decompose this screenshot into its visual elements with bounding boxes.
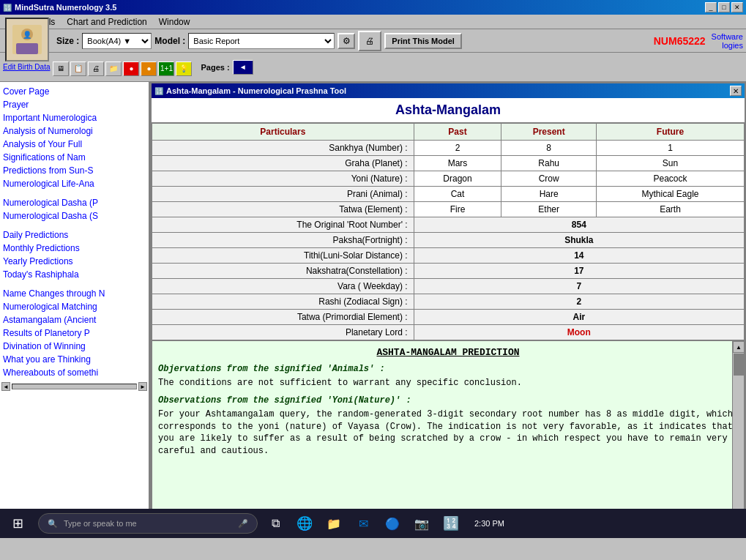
- icon-btn-7[interactable]: 1+1: [158, 61, 174, 76]
- printer-icon-btn[interactable]: 🖨: [358, 31, 381, 51]
- table-row: Sankhya (Number) : 2 8 1: [152, 141, 745, 156]
- sidebar-item-23[interactable]: Whereabouts of somethi: [0, 366, 149, 379]
- icon-btn-6[interactable]: ●: [141, 61, 157, 76]
- sidebar-item-2[interactable]: Important Numerologica: [0, 111, 149, 124]
- sidebar-item-12[interactable]: Daily Predictions: [0, 228, 149, 242]
- taskbar-search-text: Type or speak to me: [64, 519, 137, 528]
- icon-btn-1[interactable]: 🖥: [53, 61, 69, 76]
- menu-window[interactable]: Window: [153, 15, 196, 29]
- sidebar: Cover Page Prayer Important Numerologica…: [0, 82, 150, 509]
- sidebar-item-3[interactable]: Analysis of Numerologi: [0, 124, 149, 138]
- maximize-button[interactable]: □: [718, 2, 730, 12]
- cell-planetary-value: Moon: [414, 325, 744, 340]
- print-button[interactable]: Print This Model: [384, 33, 462, 49]
- cell-graha-past: Mars: [414, 156, 501, 171]
- cell-rashi-value: 2: [414, 294, 744, 310]
- model-select[interactable]: Basic Report: [188, 33, 335, 49]
- sidebar-item-7[interactable]: Numerological Life-Ana: [0, 177, 149, 190]
- col-header-particulars: Particulars: [152, 124, 414, 141]
- toolbar-icons: 🖥 📋 🖨 📁 ● ● 1+1 💡: [53, 61, 192, 76]
- sidebar-item-21[interactable]: Divination of Winning: [0, 340, 149, 353]
- cell-tithi-label: Tithi(Luni-Solar Distance) :: [152, 248, 414, 264]
- taskbar-time: 2:30 PM: [474, 519, 504, 528]
- sidebar-item-15[interactable]: Today's Rashiphala: [0, 268, 149, 281]
- camera-icon[interactable]: 📷: [410, 512, 433, 535]
- cell-prani-future: Mythical Eagle: [597, 187, 745, 202]
- explorer-icon[interactable]: 📁: [322, 512, 346, 535]
- scroll-thumb[interactable]: [734, 354, 744, 376]
- settings-icon[interactable]: 🔵: [381, 512, 404, 535]
- sidebar-item-10[interactable]: Numerological Dasha (S: [0, 209, 149, 223]
- cell-rootnum-value: 854: [414, 217, 744, 233]
- prediction-container: ASHTA-MANGALAM PREDICTION Objervations f…: [152, 340, 745, 509]
- sidebar-item-1[interactable]: Prayer: [0, 98, 149, 111]
- avatar: 👤: [5, 18, 49, 61]
- pred-scrollbar[interactable]: ▲ ▼: [732, 341, 744, 509]
- sidebar-item-22[interactable]: What you are Thinking: [0, 353, 149, 366]
- task-view-button[interactable]: ⧉: [264, 512, 287, 535]
- table-row-span: Tithi(Luni-Solar Distance) : 14: [152, 248, 745, 264]
- sidebar-item-5[interactable]: Significations of Nam: [0, 151, 149, 164]
- cell-rootnum-label: The Original 'Root Number' :: [152, 217, 414, 233]
- cell-sankhya-future: 1: [597, 141, 745, 156]
- size-select[interactable]: Book(A4) ▼: [82, 33, 152, 49]
- sidebar-scroll-left[interactable]: ◄: [1, 382, 10, 391]
- toolbar-row1: 👤 Size : Book(A4) ▼ Model : Basic Report…: [0, 29, 746, 53]
- cell-prani-past: Cat: [414, 187, 501, 202]
- sidebar-item-6[interactable]: Predictions from Sun-S: [0, 164, 149, 177]
- cell-tatwa-present: Ether: [501, 202, 597, 217]
- icon-btn-8[interactable]: 💡: [176, 61, 192, 76]
- pages-nav-btn[interactable]: ◄: [233, 60, 253, 75]
- pages-label: Pages :: [201, 63, 229, 72]
- minimize-button[interactable]: _: [705, 2, 717, 12]
- icon-btn-2[interactable]: 📋: [70, 61, 86, 76]
- cell-rashi-label: Rashi (Zodiacal Sign) :: [152, 294, 414, 310]
- cell-prani-present: Hare: [501, 187, 597, 202]
- sidebar-item-14[interactable]: Yearly Predictions: [0, 255, 149, 268]
- table-row: Tatwa (Element) : Fire Ether Earth: [152, 202, 745, 217]
- dialog-close-button[interactable]: ✕: [730, 86, 742, 96]
- edit-birth-label[interactable]: Edit Birth Data: [3, 63, 50, 71]
- scroll-up-btn[interactable]: ▲: [733, 341, 745, 353]
- icon-btn-4[interactable]: 📁: [105, 61, 122, 76]
- edge-icon[interactable]: 🌐: [293, 512, 316, 535]
- taskbar-search-box[interactable]: 🔍 Type or speak to me 🎤: [38, 513, 258, 534]
- table-row: Graha (Planet) : Mars Rahu Sun: [152, 156, 745, 171]
- menu-bar: File Tools Chart and Prediction Window: [0, 15, 746, 29]
- close-button[interactable]: ✕: [731, 2, 743, 12]
- sidebar-scroll-right[interactable]: ►: [138, 382, 147, 391]
- cell-yoni-present: Crow: [501, 171, 597, 187]
- cell-tatwa2-label: Tatwa (Primordial Element) :: [152, 310, 414, 325]
- cell-graha-future: Sun: [597, 156, 745, 171]
- dialog-window: 🔢 Ashta-Mangalam - Numerological Prashna…: [150, 82, 746, 509]
- sidebar-item-4[interactable]: Analysis of Your Full: [0, 138, 149, 151]
- sidebar-item-0[interactable]: Cover Page: [0, 85, 149, 98]
- mail-icon[interactable]: ✉: [351, 512, 375, 535]
- pred-section2-title: Observations from the signified 'Yoni(Na…: [158, 395, 738, 406]
- sidebar-item-17[interactable]: Name Changes through N: [0, 287, 149, 300]
- col-header-future: Future: [597, 124, 745, 141]
- start-button[interactable]: ⊞: [3, 512, 32, 535]
- num-code: NUM65222: [654, 35, 706, 47]
- sidebar-item-9[interactable]: Numerological Dasha (P: [0, 196, 149, 209]
- sidebar-item-13[interactable]: Monthly Predictions: [0, 242, 149, 255]
- model-settings-button[interactable]: ⚙: [337, 33, 355, 49]
- cell-sankhya-label: Sankhya (Number) :: [152, 141, 414, 156]
- sidebar-item-19[interactable]: Astamangalam (Ancient: [0, 313, 149, 326]
- svg-text:👤: 👤: [23, 30, 32, 40]
- app-title: MindSutra Numerology 3.5: [15, 3, 116, 12]
- icon-btn-3[interactable]: 🖨: [88, 61, 104, 76]
- sidebar-scrollbar[interactable]: ◄ ►: [0, 379, 149, 394]
- col-header-present: Present: [501, 124, 597, 141]
- table-row-span: Rashi (Zodiacal Sign) : 2: [152, 294, 745, 310]
- sidebar-item-18[interactable]: Numerological Matching: [0, 300, 149, 313]
- toolbar-row2: Edit Birth Data 🖥 📋 🖨 📁 ● ● 1+1 💡 Pages …: [0, 53, 746, 82]
- prediction-scroll-area[interactable]: ASHTA-MANGALAM PREDICTION Objervations f…: [152, 341, 744, 509]
- menu-chart[interactable]: Chart and Prediction: [61, 15, 152, 29]
- cell-prani-label: Prani (Animal) :: [152, 187, 414, 202]
- sidebar-item-20[interactable]: Results of Planetory P: [0, 326, 149, 340]
- app-icon-extra[interactable]: 🔢: [439, 512, 463, 535]
- dialog-heading: Ashta-Mangalam: [152, 98, 745, 123]
- sidebar-scrollbar-track[interactable]: [12, 384, 137, 389]
- icon-btn-5[interactable]: ●: [123, 61, 139, 76]
